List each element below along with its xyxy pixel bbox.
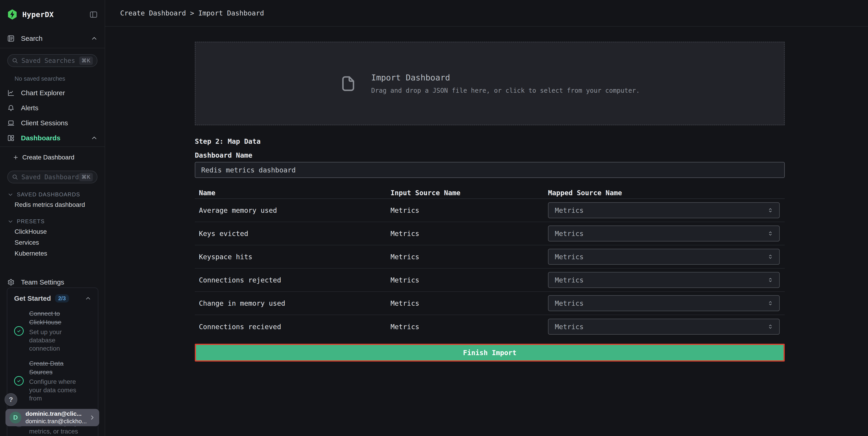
mapped-source-select[interactable]: Metrics bbox=[548, 272, 780, 288]
chevron-up-icon[interactable] bbox=[91, 35, 97, 42]
cell-name: Change in memory used bbox=[195, 299, 391, 307]
nav-label: Client Sessions bbox=[21, 119, 68, 127]
cell-name: Keys evicted bbox=[195, 230, 391, 238]
dropzone-title: Import Dashboard bbox=[371, 73, 640, 82]
mapped-source-select[interactable]: Metrics bbox=[548, 319, 780, 335]
search-icon bbox=[12, 174, 18, 180]
sidebar-item-kubernetes-preset[interactable]: Kubernetes bbox=[0, 248, 105, 259]
mapped-source-select[interactable]: Metrics bbox=[548, 295, 780, 311]
no-saved-searches-note: No saved searches bbox=[14, 75, 105, 82]
sidebar: HyperDX Search ⌘K No saved searches Char… bbox=[0, 0, 105, 436]
sidebar-item-services-preset[interactable]: Services bbox=[0, 237, 105, 248]
select-chevrons-icon bbox=[767, 253, 774, 261]
saved-dashboards-header[interactable]: SAVED DASHBOARDS bbox=[0, 190, 105, 199]
user-email: dominic.tran@clickho... bbox=[26, 418, 89, 425]
get-started-item-data-sources[interactable]: Create Data Sources Configure where your… bbox=[14, 359, 91, 403]
sidebar-item-alerts[interactable]: Alerts bbox=[0, 100, 105, 116]
sidebar-item-dashboards[interactable]: Dashboards bbox=[0, 130, 105, 146]
mapped-source-select[interactable]: Metrics bbox=[548, 226, 780, 241]
kbd-shortcut: ⌘K bbox=[79, 173, 93, 181]
user-menu[interactable]: D dominic.tran@clic... dominic.tran@clic… bbox=[5, 409, 99, 426]
get-started-header[interactable]: Get Started 2/3 bbox=[14, 294, 91, 303]
chevron-down-icon bbox=[8, 219, 13, 224]
select-value: Metrics bbox=[555, 299, 767, 307]
cell-name: Connections recieved bbox=[195, 323, 391, 331]
presets-header[interactable]: PRESETS bbox=[0, 216, 105, 226]
saved-dashboards-field[interactable] bbox=[21, 173, 79, 181]
step-title: Step 2: Map Data bbox=[195, 137, 785, 145]
cell-input-source: Metrics bbox=[391, 253, 548, 261]
chevron-up-icon[interactable] bbox=[91, 135, 97, 141]
import-dashboard-content: Import Dashboard Drag and drop a JSON fi… bbox=[195, 27, 785, 361]
cell-input-source: Metrics bbox=[391, 299, 548, 307]
cell-input-source: Metrics bbox=[391, 276, 548, 284]
progress-badge: 2/3 bbox=[55, 294, 69, 302]
file-icon bbox=[340, 73, 356, 94]
check-circle-icon bbox=[14, 376, 24, 386]
saved-searches-field[interactable] bbox=[21, 57, 79, 64]
saved-dashboards-header-label: SAVED DASHBOARDS bbox=[17, 191, 80, 198]
saved-dashboards-input[interactable]: ⌘K bbox=[7, 171, 97, 183]
avatar: D bbox=[9, 412, 21, 424]
presets-header-label: PRESETS bbox=[17, 218, 45, 225]
create-dashboard-label: Create Dashboard bbox=[22, 154, 74, 161]
table-header-row: Name Input Source Name Mapped Source Nam… bbox=[195, 187, 785, 199]
item-text: Connect to ClickHouse Set up your databa… bbox=[29, 309, 91, 353]
reader-icon bbox=[7, 35, 14, 42]
get-started-item-connect[interactable]: Connect to ClickHouse Set up your databa… bbox=[14, 309, 91, 353]
create-dashboard-button[interactable]: Create Dashboard bbox=[0, 150, 105, 165]
table-row: Change in memory used Metrics Metrics bbox=[195, 292, 785, 315]
logo-row: HyperDX bbox=[0, 0, 105, 29]
sidebar-item-client-sessions[interactable]: Client Sessions bbox=[0, 116, 105, 130]
plus-icon bbox=[13, 154, 19, 161]
check-circle-icon bbox=[14, 326, 24, 336]
dropzone-subtitle: Drag and drop a JSON file here, or click… bbox=[371, 87, 640, 94]
bell-icon bbox=[7, 104, 14, 112]
app-root: HyperDX Search ⌘K No saved searches Char… bbox=[0, 0, 868, 436]
column-header-input-source: Input Source Name bbox=[391, 189, 548, 197]
topbar: Create Dashboard > Import Dashboard bbox=[105, 0, 868, 27]
layout-grid-icon bbox=[7, 135, 14, 142]
item-subtitle: Configure where your data comes from bbox=[29, 378, 82, 403]
icon-column bbox=[14, 376, 24, 386]
mapped-source-select[interactable]: Metrics bbox=[548, 249, 780, 265]
select-value: Metrics bbox=[555, 230, 767, 238]
column-header-mapped-source: Mapped Source Name bbox=[548, 189, 785, 197]
table-row: Keyspace hits Metrics Metrics bbox=[195, 245, 785, 268]
user-info: dominic.tran@clic... dominic.tran@clickh… bbox=[26, 410, 89, 425]
main-area: Create Dashboard > Import Dashboard Impo… bbox=[105, 0, 868, 436]
cell-name: Average memory used bbox=[195, 206, 391, 214]
help-button[interactable]: ? bbox=[5, 393, 17, 406]
breadcrumb: Create Dashboard > Import Dashboard bbox=[120, 9, 264, 17]
sidebar-section-search[interactable]: Search bbox=[0, 29, 105, 48]
chevron-right-icon bbox=[89, 414, 95, 420]
laptop-icon bbox=[7, 119, 14, 127]
item-subtitle: Set up your database connection bbox=[29, 328, 82, 353]
mapping-table: Name Input Source Name Mapped Source Nam… bbox=[195, 187, 785, 338]
sidebar-item-chart-explorer[interactable]: Chart Explorer bbox=[0, 85, 105, 100]
mapped-source-select[interactable]: Metrics bbox=[548, 202, 780, 218]
line-chart-icon bbox=[7, 89, 14, 96]
file-dropzone[interactable]: Import Dashboard Drag and drop a JSON fi… bbox=[195, 42, 785, 125]
dashboard-name-input[interactable] bbox=[195, 162, 785, 178]
table-row: Average memory used Metrics Metrics bbox=[195, 199, 785, 222]
sidebar-toggle-icon[interactable] bbox=[89, 11, 98, 19]
nav-label: Alerts bbox=[21, 104, 38, 112]
cell-input-source: Metrics bbox=[391, 230, 548, 238]
item-text: Create Data Sources Configure where your… bbox=[29, 359, 91, 403]
sidebar-item-redis-metrics-dashboard[interactable]: Redis metrics dashboard bbox=[0, 199, 105, 210]
chevron-up-icon[interactable] bbox=[85, 295, 91, 301]
gear-icon bbox=[7, 279, 14, 286]
select-chevrons-icon bbox=[767, 299, 774, 308]
search-icon bbox=[12, 57, 18, 64]
saved-searches-input[interactable]: ⌘K bbox=[7, 54, 97, 67]
user-name: dominic.tran@clic... bbox=[26, 410, 89, 417]
table-row: Keys evicted Metrics Metrics bbox=[195, 222, 785, 245]
finish-import-button[interactable]: Finish Import bbox=[195, 344, 785, 361]
select-value: Metrics bbox=[555, 276, 767, 284]
dropzone-text: Import Dashboard Drag and drop a JSON fi… bbox=[371, 73, 640, 94]
select-value: Metrics bbox=[555, 206, 767, 214]
table-row: Connections rejected Metrics Metrics bbox=[195, 268, 785, 292]
divider bbox=[0, 146, 105, 147]
sidebar-item-clickhouse-preset[interactable]: ClickHouse bbox=[0, 226, 105, 237]
